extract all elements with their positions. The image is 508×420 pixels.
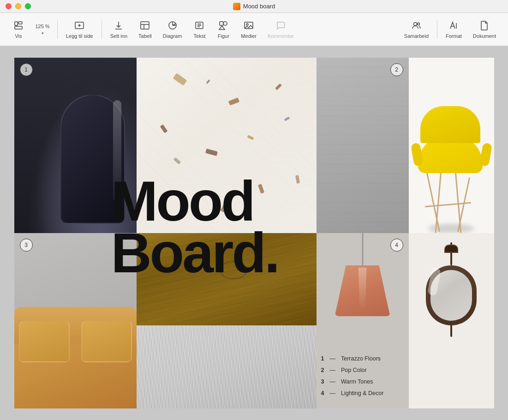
info-list-item-4: 4 — Lighting & Decor bbox=[321, 388, 384, 399]
document-icon bbox=[479, 20, 490, 32]
diagram-label: Diagram bbox=[163, 33, 182, 39]
image-cell-mirror[interactable] bbox=[409, 233, 494, 408]
svg-rect-8 bbox=[141, 22, 149, 29]
svg-point-23 bbox=[414, 22, 417, 25]
collaborate-label: Samarbeid bbox=[404, 33, 429, 39]
toolbar-format[interactable]: Format bbox=[441, 18, 466, 42]
svg-point-22 bbox=[246, 24, 248, 25]
minimize-button[interactable] bbox=[15, 3, 21, 9]
media-label: Medier bbox=[241, 33, 257, 39]
toolbar-comment[interactable]: Kommentar bbox=[263, 18, 299, 42]
format-label: Format bbox=[446, 33, 462, 39]
svg-rect-1 bbox=[18, 22, 22, 24]
insert-icon bbox=[114, 20, 124, 32]
vis-icon bbox=[13, 20, 24, 32]
add-slide-icon bbox=[74, 20, 84, 32]
info-list-item-3: 3 — Warm Tones bbox=[321, 376, 384, 388]
toolbar-text[interactable]: Tekst bbox=[188, 18, 210, 42]
document-label: Dokument bbox=[473, 33, 496, 39]
image-cell-leather-chair[interactable]: 1 bbox=[14, 58, 137, 233]
diagram-icon bbox=[167, 20, 178, 32]
shape-icon bbox=[218, 20, 228, 32]
info-list-item-1: 1 — Terrazzo Floors bbox=[321, 353, 384, 365]
format-icon bbox=[448, 20, 459, 32]
comment-icon bbox=[275, 20, 286, 32]
comment-label: Kommentar bbox=[268, 33, 294, 39]
media-icon bbox=[244, 20, 254, 32]
table-label: Tabell bbox=[138, 33, 152, 39]
zoom-chevron: ▾ bbox=[42, 31, 44, 36]
slide-badge-3: 3 bbox=[20, 239, 33, 252]
window-title-text: Mood board bbox=[243, 3, 275, 10]
toolbar-diagram[interactable]: Diagram bbox=[158, 18, 187, 42]
image-cell-concrete[interactable]: 2 bbox=[317, 58, 409, 233]
svg-rect-2 bbox=[15, 26, 22, 29]
maximize-button[interactable] bbox=[25, 3, 31, 9]
slide-badge-4: 4 bbox=[390, 239, 403, 252]
info-list-item-2: 2 — Pop Color bbox=[321, 365, 384, 376]
image-cell-yellow-chair[interactable] bbox=[409, 58, 494, 233]
svg-point-24 bbox=[418, 23, 420, 25]
divider-2 bbox=[102, 20, 102, 39]
add-slide-label: Legg til side bbox=[66, 33, 93, 39]
title-bar: Mood board bbox=[0, 0, 508, 13]
slide: 1 2 bbox=[14, 58, 494, 408]
window-controls bbox=[6, 3, 31, 9]
toolbar: Vis 125 % ▾ Legg til side Sett inn Tabel… bbox=[0, 13, 508, 46]
divider-1 bbox=[57, 20, 58, 39]
image-cell-terrazzo[interactable] bbox=[137, 58, 317, 233]
zoom-value: 125 % bbox=[35, 24, 49, 29]
close-button[interactable] bbox=[6, 3, 12, 9]
divider-3 bbox=[437, 20, 437, 39]
svg-rect-18 bbox=[220, 22, 223, 25]
text-icon bbox=[194, 20, 204, 32]
slide-badge-1: 1 bbox=[20, 63, 33, 76]
toolbar-add-slide[interactable]: Legg til side bbox=[61, 18, 98, 42]
info-list: 1 — Terrazzo Floors 2 — Pop Color 3 — Wa… bbox=[321, 353, 384, 399]
toolbar-zoom[interactable]: 125 % ▾ bbox=[31, 22, 54, 37]
text-label: Tekst bbox=[194, 33, 206, 39]
toolbar-table[interactable]: Tabell bbox=[134, 18, 156, 42]
toolbar-vis[interactable]: Vis bbox=[7, 18, 30, 42]
toolbar-media[interactable]: Medier bbox=[236, 18, 261, 42]
toolbar-shape[interactable]: Figur bbox=[212, 18, 234, 42]
image-cell-wood-fur[interactable] bbox=[137, 233, 317, 408]
canvas-area[interactable]: 1 2 bbox=[0, 46, 508, 420]
insert-label: Sett inn bbox=[110, 33, 127, 39]
table-icon bbox=[140, 20, 150, 32]
vis-label: Vis bbox=[15, 33, 22, 39]
collaborate-icon bbox=[411, 20, 421, 32]
svg-rect-0 bbox=[15, 22, 18, 25]
window-title: Mood board bbox=[233, 3, 275, 10]
shape-label: Figur bbox=[218, 33, 229, 39]
image-cell-lamp[interactable]: 4 1 — Terrazzo Floors 2 — Pop Color bbox=[317, 233, 409, 408]
image-cell-gray-wall[interactable]: 3 bbox=[14, 233, 137, 408]
slide-badge-2: 2 bbox=[390, 63, 403, 76]
toolbar-collaborate[interactable]: Samarbeid bbox=[400, 18, 433, 42]
svg-point-19 bbox=[223, 22, 227, 25]
svg-marker-20 bbox=[219, 26, 225, 30]
toolbar-document[interactable]: Dokument bbox=[468, 18, 501, 42]
toolbar-insert[interactable]: Sett inn bbox=[106, 18, 132, 42]
app-icon bbox=[233, 3, 240, 10]
